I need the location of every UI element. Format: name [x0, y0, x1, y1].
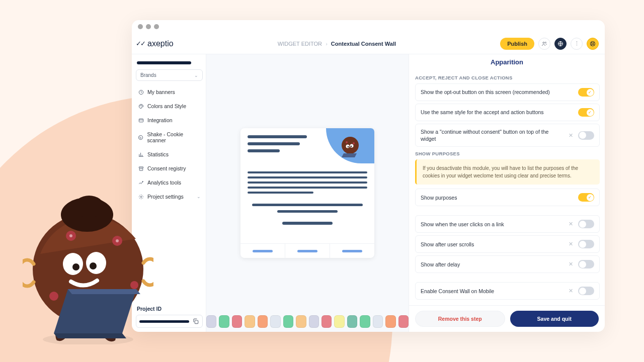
copy-icon[interactable]: [192, 318, 199, 325]
widget-text-line: [248, 176, 367, 178]
toggle-label: Enable Consent Wall on Mobile: [421, 288, 564, 295]
color-swatch[interactable]: [296, 315, 306, 328]
toggle-switch[interactable]: [578, 88, 594, 97]
color-swatch[interactable]: [270, 315, 280, 328]
toggle-switch[interactable]: [578, 193, 594, 202]
toggle-label: Show the opt-out button on this screen (…: [421, 88, 573, 96]
widget-action-button[interactable]: [330, 244, 374, 258]
cookie-icon: [138, 135, 143, 140]
color-swatch[interactable]: [283, 315, 293, 328]
sidebar-item-analytics[interactable]: Analytics tools: [136, 175, 203, 190]
color-swatch[interactable]: [232, 315, 242, 328]
close-icon[interactable]: ✕: [569, 288, 573, 294]
color-swatch[interactable]: [373, 315, 383, 328]
toggle-label: Show after user scrolls: [421, 241, 564, 248]
widget-illustration: [326, 128, 374, 163]
svg-point-38: [351, 146, 352, 147]
settings-panel: Apparition ACCEPT, REJECT AND CLOSE ACTI…: [409, 54, 605, 332]
color-palette: [206, 315, 409, 328]
team-icon[interactable]: [538, 38, 550, 50]
sidebar-item-statistics[interactable]: Statistics: [136, 147, 203, 161]
breadcrumb-root[interactable]: WIDGET EDITOR: [278, 41, 322, 47]
window-dot: [154, 24, 159, 29]
color-swatch[interactable]: [321, 315, 332, 328]
app-window: ✓✓ axeptio WIDGET EDITOR › Contextual Co…: [132, 20, 605, 332]
toggle-switch[interactable]: [578, 131, 594, 140]
remove-step-button[interactable]: Remove this step: [415, 311, 505, 327]
svg-point-26: [141, 137, 141, 138]
publish-button[interactable]: Publish: [500, 38, 534, 50]
kebab-menu-icon[interactable]: ⋮: [571, 38, 583, 50]
color-swatch[interactable]: [347, 315, 357, 328]
sidebar-item-integration[interactable]: Integration: [136, 113, 203, 127]
sidebar-item-shake[interactable]: Shake - Cookie scanner: [136, 127, 203, 147]
svg-point-21: [141, 105, 141, 105]
color-swatch[interactable]: [258, 315, 268, 328]
svg-point-14: [543, 42, 544, 43]
svg-point-13: [90, 262, 97, 269]
svg-point-11: [86, 252, 106, 274]
toggle-switch[interactable]: [578, 260, 594, 268]
close-icon[interactable]: ✕: [569, 132, 573, 139]
support-icon[interactable]: [587, 38, 599, 50]
svg-point-33: [346, 141, 348, 143]
widget-text-line: [248, 149, 280, 152]
toggle-switch[interactable]: [578, 220, 594, 228]
svg-point-8: [49, 292, 58, 301]
color-swatch[interactable]: [309, 315, 319, 328]
window-titlebar: [132, 20, 605, 33]
toggle-switch[interactable]: [578, 108, 594, 117]
widget-text-line: [248, 135, 307, 138]
close-icon[interactable]: ✕: [569, 261, 573, 267]
color-swatch[interactable]: [245, 315, 255, 328]
toggle-switch[interactable]: [578, 240, 594, 248]
section-label-actions: ACCEPT, REJECT AND CLOSE ACTIONS: [415, 75, 600, 80]
chevron-right-icon: ›: [326, 41, 328, 47]
palette-icon: [138, 104, 144, 109]
color-swatch[interactable]: [206, 315, 216, 328]
toggle-label: Show when the user clicks on a link: [421, 221, 564, 228]
brands-select[interactable]: Brands ⌄: [136, 69, 203, 81]
logo-mark-icon: ✓✓: [136, 40, 145, 47]
sidebar-item-registry[interactable]: Consent registry: [136, 161, 203, 175]
widget-action-button[interactable]: [285, 244, 330, 258]
close-icon[interactable]: ✕: [569, 241, 573, 247]
svg-point-20: [140, 106, 140, 106]
logo-text: axeptio: [147, 39, 174, 48]
svg-point-22: [141, 106, 142, 106]
clock-icon: [138, 89, 144, 95]
sidebar-item-colors[interactable]: Colors and Style: [136, 99, 203, 113]
svg-point-25: [140, 137, 140, 137]
globe-icon[interactable]: [554, 38, 567, 50]
panel-title: Apparition: [409, 58, 605, 66]
svg-point-34: [353, 142, 355, 144]
widget-text-line: [248, 192, 313, 194]
svg-point-7: [116, 239, 119, 242]
svg-point-36: [350, 144, 354, 148]
svg-point-10: [63, 253, 83, 275]
archive-icon: [138, 166, 144, 171]
window-dot: [146, 24, 151, 29]
project-name-placeholder: [137, 61, 191, 64]
save-quit-button[interactable]: Save and quit: [510, 311, 599, 327]
color-swatch[interactable]: [219, 315, 229, 328]
svg-point-9: [130, 281, 138, 289]
sidebar-item-label: Colors and Style: [147, 103, 186, 109]
sidebar-item-label: Statistics: [147, 151, 169, 157]
color-swatch[interactable]: [398, 315, 409, 328]
color-swatch[interactable]: [334, 315, 344, 328]
svg-rect-28: [139, 166, 143, 167]
section-label-purposes: SHOW PURPOSES: [415, 151, 600, 156]
sidebar-item-label: My banners: [147, 89, 175, 95]
svg-point-5: [69, 234, 72, 237]
header-actions: Publish ⋮: [500, 38, 599, 50]
toggle-switch[interactable]: [578, 287, 594, 295]
color-swatch[interactable]: [385, 315, 395, 328]
color-swatch[interactable]: [360, 315, 370, 328]
toggle-mobile: Enable Consent Wall on Mobile ✕: [415, 282, 600, 300]
sidebar-item-my-banners[interactable]: My banners: [136, 85, 203, 99]
svg-point-35: [346, 145, 350, 148]
close-icon[interactable]: ✕: [569, 221, 573, 227]
window-dot: [138, 24, 143, 29]
widget-action-button[interactable]: [240, 244, 285, 258]
